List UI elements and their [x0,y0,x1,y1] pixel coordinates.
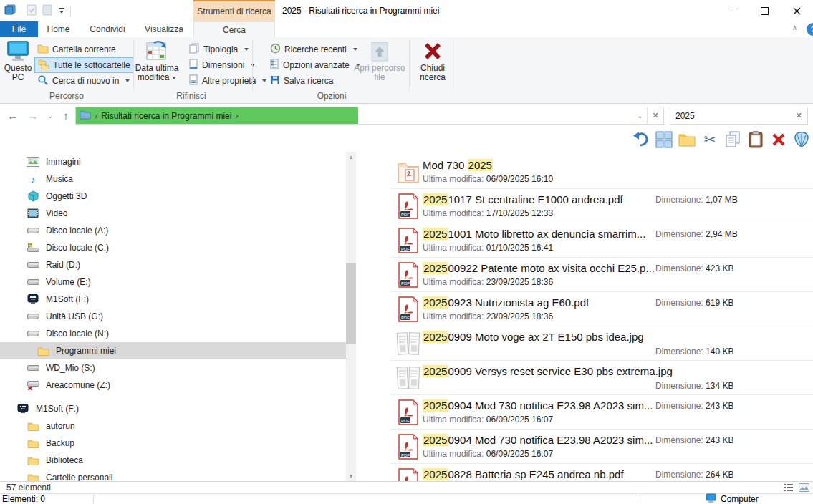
search-term-highlight: 2025 [468,159,493,171]
breadcrumb-chevron-icon[interactable]: › [235,111,238,120]
sidebar-item[interactable]: Biblioteca [0,452,346,469]
sidebar-item[interactable]: Immagini [0,153,346,170]
salva-ricerca-button[interactable]: Salva ricerca [267,73,336,89]
up-button[interactable]: ↑ [57,106,74,125]
dimensioni-button[interactable]: Dimensioni [186,57,258,73]
copy-button[interactable] [721,129,744,150]
folder-icon [678,132,696,147]
address-bar[interactable]: › Risultati ricerca in Programmi miei › … [75,107,664,125]
pdf-file-icon: PDF [396,467,420,481]
file-size: Dimensione: 140 KB [655,346,733,357]
details-view-icon[interactable] [784,483,794,494]
cartella-corrente-button[interactable]: Cartella corrente [34,42,119,57]
cartella-corrente-label: Cartella corrente [52,44,116,54]
sidebar-item-label: Unità USB (G:) [46,311,103,321]
sidebar-scrollbar[interactable]: ▲ ▼ [346,152,356,481]
scroll-down-icon[interactable]: ▼ [346,471,356,481]
file-row[interactable]: 20250909 Versys reset service E30 pbs ex… [356,361,813,395]
sidebar-item[interactable]: Oggetti 3D [0,188,346,205]
delete-button[interactable] [767,129,790,150]
tab-cerca-active[interactable]: Cerca [193,21,275,37]
file-row[interactable]: PDF20250904 Mod 730 notifica E23.98 A202… [356,395,813,430]
sidebar-item[interactable]: M1Soft (F:) [0,400,346,417]
tab-home[interactable]: Home [38,21,79,37]
file-row[interactable]: PDF20250904 Mod 730 notifica E23.98 A202… [356,430,813,464]
stop-refresh-icon[interactable]: ✕ [647,107,663,124]
sidebar-item[interactable]: Video [0,205,346,222]
history-chevron-icon[interactable]: ⌄ [42,106,59,125]
sidebar-item[interactable]: autorun [0,417,346,435]
file-row[interactable]: PDF202500922 Patente moto ax visita occh… [356,258,813,292]
sidebar-item[interactable]: M1Soft (F:) [0,291,346,308]
group-rifinisci: Data ultima modifica Tipologia Dimension… [130,37,252,103]
sidebar-item[interactable]: Areacomune (Z:) [0,377,346,394]
chiudi-ricerca-button[interactable]: Chiudi ricerca [413,39,452,82]
file-row[interactable]: 20250909 Moto voge ax 2T E150 pbs idea.j… [356,326,813,361]
minimize-button[interactable] [716,0,749,21]
scroll-up-icon[interactable]: ▲ [346,152,356,162]
file-row[interactable]: PDF20250923 Nutrizionista ag E60.pdfUlti… [356,292,813,326]
file-row[interactable]: PDF20251001 Moto libretto ax denuncia sm… [356,223,813,258]
file-list: Mod 730 2025Ultima modifica: 06/09/2025 … [356,152,813,481]
folder-icon [26,422,40,431]
music-icon: ♪ [26,174,40,185]
sidebar-item[interactable]: Disco locale (N:) [0,325,346,342]
sidebar-item[interactable]: Disco locale (A:) [0,222,346,239]
sidebar-item[interactable]: Volume (E:) [0,273,346,291]
folder-icon [26,439,40,448]
help-icon[interactable]: ? [807,23,813,36]
file-row[interactable]: PDF20251017 St centraline E1000 andrea.p… [356,189,813,223]
search-input[interactable]: 2025 [675,111,796,121]
customize-qat-icon[interactable] [58,6,65,16]
apri-percorso-file-button[interactable]: Apri percorso file [352,39,407,82]
scrollbar-thumb[interactable] [346,263,356,344]
m1soft-icon [16,404,30,414]
address-dropdown-icon[interactable]: ⌄ [632,107,648,124]
file-row[interactable]: Mod 730 2025Ultima modifica: 06/09/2025 … [356,155,813,189]
opzioni-avanzate-button[interactable]: Opzioni avanzate [267,57,363,73]
cut-button[interactable]: ✂ [698,129,721,150]
undo-button[interactable] [630,129,653,150]
close-button[interactable] [781,0,813,21]
sidebar-item[interactable]: Programmi miei [0,342,346,359]
maximize-button[interactable] [749,0,781,21]
sidebar-item[interactable]: Unità USB (G:) [0,308,346,325]
search-box[interactable]: 2025 ✕ [670,107,808,125]
properties-icon[interactable] [27,4,37,18]
collapse-ribbon-icon[interactable]: ∧ [792,24,797,32]
data-ultima-modifica-button[interactable]: Data ultima modifica [132,39,182,82]
new-folder-icon[interactable] [42,4,53,18]
forward-button[interactable]: → [24,106,42,125]
file-name: Mod 730 2025 [423,158,648,173]
thumbnails-view-icon[interactable] [799,483,809,494]
clear-search-icon[interactable]: ✕ [796,111,802,120]
open-file-location-icon [369,39,390,64]
tipologia-button[interactable]: Tipologia [186,42,251,57]
file-row[interactable]: PDF20250828 Batteria sp E245 andrea nb.p… [356,464,813,481]
pdf-file-icon: PDF [396,296,420,323]
questo-pc-button[interactable]: Questo PC [1,39,34,82]
sidebar-item[interactable]: Cartelle personali [0,469,346,481]
back-button[interactable]: ← [4,106,21,125]
tab-visualizza[interactable]: Visualizza [136,21,192,37]
new-folder-button[interactable] [675,129,698,150]
properties-list-icon [189,74,198,87]
sidebar-item[interactable]: Backup [0,435,346,452]
tutte-sottocartelle-button[interactable]: Tutte le sottocartelle [34,57,134,73]
breadcrumb-item[interactable]: Risultati ricerca in Programmi miei [101,111,231,121]
cerca-di-nuovo-button[interactable]: Cerca di nuovo in [34,73,133,89]
sidebar-item[interactable]: WD_Mio (S:) [0,359,346,377]
altre-proprieta-label: Altre proprietà [202,76,256,86]
cerca-di-nuovo-label: Cerca di nuovo in [52,76,119,86]
sidebar-item[interactable]: Raid (D:) [0,256,346,273]
sidebar-item[interactable]: Disco locale (C:) [0,239,346,256]
file-modified: Ultima modifica: 23/09/2025 18:36 [423,277,648,287]
paste-button[interactable] [744,129,767,150]
shell-button[interactable] [790,129,813,150]
search-term-highlight: 2025 [423,193,448,205]
tab-file[interactable]: File [0,21,38,37]
ricerche-recenti-button[interactable]: Ricerche recenti [267,42,360,57]
sidebar-item[interactable]: ♪Musica [0,170,346,188]
view-grid-button[interactable] [653,129,675,150]
tab-condividi[interactable]: Condividi [79,21,136,37]
